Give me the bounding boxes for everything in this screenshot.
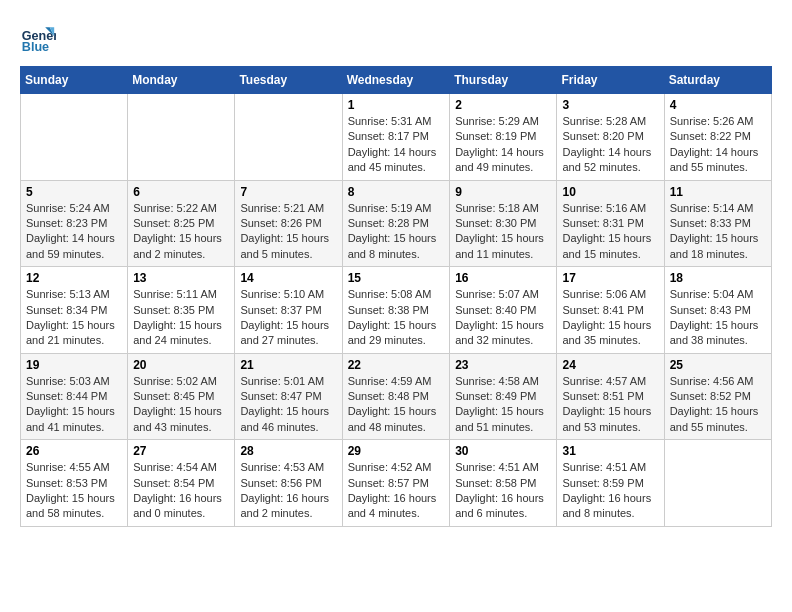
- day-info: Sunrise: 5:03 AM Sunset: 8:44 PM Dayligh…: [26, 374, 122, 436]
- day-number: 31: [562, 444, 658, 458]
- day-cell-22: 22Sunrise: 4:59 AM Sunset: 8:48 PM Dayli…: [342, 353, 450, 440]
- day-cell-8: 8Sunrise: 5:19 AM Sunset: 8:28 PM Daylig…: [342, 180, 450, 267]
- day-cell-28: 28Sunrise: 4:53 AM Sunset: 8:56 PM Dayli…: [235, 440, 342, 527]
- day-number: 4: [670, 98, 766, 112]
- day-cell-19: 19Sunrise: 5:03 AM Sunset: 8:44 PM Dayli…: [21, 353, 128, 440]
- day-number: 6: [133, 185, 229, 199]
- day-cell-7: 7Sunrise: 5:21 AM Sunset: 8:26 PM Daylig…: [235, 180, 342, 267]
- day-cell-27: 27Sunrise: 4:54 AM Sunset: 8:54 PM Dayli…: [128, 440, 235, 527]
- day-info: Sunrise: 5:28 AM Sunset: 8:20 PM Dayligh…: [562, 114, 658, 176]
- day-number: 13: [133, 271, 229, 285]
- day-number: 21: [240, 358, 336, 372]
- day-number: 14: [240, 271, 336, 285]
- day-number: 29: [348, 444, 445, 458]
- weekday-header-wednesday: Wednesday: [342, 67, 450, 94]
- day-info: Sunrise: 5:02 AM Sunset: 8:45 PM Dayligh…: [133, 374, 229, 436]
- day-info: Sunrise: 4:59 AM Sunset: 8:48 PM Dayligh…: [348, 374, 445, 436]
- day-cell-13: 13Sunrise: 5:11 AM Sunset: 8:35 PM Dayli…: [128, 267, 235, 354]
- day-cell-5: 5Sunrise: 5:24 AM Sunset: 8:23 PM Daylig…: [21, 180, 128, 267]
- day-number: 2: [455, 98, 551, 112]
- calendar-table: SundayMondayTuesdayWednesdayThursdayFrid…: [20, 66, 772, 527]
- day-cell-6: 6Sunrise: 5:22 AM Sunset: 8:25 PM Daylig…: [128, 180, 235, 267]
- weekday-header-monday: Monday: [128, 67, 235, 94]
- day-cell-29: 29Sunrise: 4:52 AM Sunset: 8:57 PM Dayli…: [342, 440, 450, 527]
- day-info: Sunrise: 4:55 AM Sunset: 8:53 PM Dayligh…: [26, 460, 122, 522]
- day-number: 28: [240, 444, 336, 458]
- day-number: 5: [26, 185, 122, 199]
- day-number: 15: [348, 271, 445, 285]
- day-info: Sunrise: 5:22 AM Sunset: 8:25 PM Dayligh…: [133, 201, 229, 263]
- day-number: 1: [348, 98, 445, 112]
- logo: General Blue: [20, 20, 60, 56]
- day-number: 25: [670, 358, 766, 372]
- weekday-header-friday: Friday: [557, 67, 664, 94]
- week-row-4: 19Sunrise: 5:03 AM Sunset: 8:44 PM Dayli…: [21, 353, 772, 440]
- day-number: 30: [455, 444, 551, 458]
- day-cell-21: 21Sunrise: 5:01 AM Sunset: 8:47 PM Dayli…: [235, 353, 342, 440]
- weekday-header-saturday: Saturday: [664, 67, 771, 94]
- day-cell-11: 11Sunrise: 5:14 AM Sunset: 8:33 PM Dayli…: [664, 180, 771, 267]
- day-info: Sunrise: 4:57 AM Sunset: 8:51 PM Dayligh…: [562, 374, 658, 436]
- day-info: Sunrise: 4:58 AM Sunset: 8:49 PM Dayligh…: [455, 374, 551, 436]
- logo-icon: General Blue: [20, 20, 56, 56]
- calendar-header: SundayMondayTuesdayWednesdayThursdayFrid…: [21, 67, 772, 94]
- day-cell-17: 17Sunrise: 5:06 AM Sunset: 8:41 PM Dayli…: [557, 267, 664, 354]
- weekday-header-sunday: Sunday: [21, 67, 128, 94]
- day-cell-1: 1Sunrise: 5:31 AM Sunset: 8:17 PM Daylig…: [342, 94, 450, 181]
- day-info: Sunrise: 5:29 AM Sunset: 8:19 PM Dayligh…: [455, 114, 551, 176]
- day-cell-12: 12Sunrise: 5:13 AM Sunset: 8:34 PM Dayli…: [21, 267, 128, 354]
- day-info: Sunrise: 5:31 AM Sunset: 8:17 PM Dayligh…: [348, 114, 445, 176]
- day-info: Sunrise: 5:16 AM Sunset: 8:31 PM Dayligh…: [562, 201, 658, 263]
- day-info: Sunrise: 4:52 AM Sunset: 8:57 PM Dayligh…: [348, 460, 445, 522]
- day-number: 3: [562, 98, 658, 112]
- svg-text:Blue: Blue: [22, 40, 49, 54]
- day-number: 7: [240, 185, 336, 199]
- week-row-2: 5Sunrise: 5:24 AM Sunset: 8:23 PM Daylig…: [21, 180, 772, 267]
- weekday-header-tuesday: Tuesday: [235, 67, 342, 94]
- day-number: 16: [455, 271, 551, 285]
- day-info: Sunrise: 5:11 AM Sunset: 8:35 PM Dayligh…: [133, 287, 229, 349]
- day-number: 20: [133, 358, 229, 372]
- day-cell-4: 4Sunrise: 5:26 AM Sunset: 8:22 PM Daylig…: [664, 94, 771, 181]
- day-info: Sunrise: 5:26 AM Sunset: 8:22 PM Dayligh…: [670, 114, 766, 176]
- day-info: Sunrise: 5:10 AM Sunset: 8:37 PM Dayligh…: [240, 287, 336, 349]
- day-info: Sunrise: 4:56 AM Sunset: 8:52 PM Dayligh…: [670, 374, 766, 436]
- empty-cell: [235, 94, 342, 181]
- day-number: 11: [670, 185, 766, 199]
- page-header: General Blue: [20, 20, 772, 56]
- day-info: Sunrise: 5:18 AM Sunset: 8:30 PM Dayligh…: [455, 201, 551, 263]
- day-info: Sunrise: 5:08 AM Sunset: 8:38 PM Dayligh…: [348, 287, 445, 349]
- day-number: 23: [455, 358, 551, 372]
- day-cell-31: 31Sunrise: 4:51 AM Sunset: 8:59 PM Dayli…: [557, 440, 664, 527]
- weekday-header-thursday: Thursday: [450, 67, 557, 94]
- day-cell-20: 20Sunrise: 5:02 AM Sunset: 8:45 PM Dayli…: [128, 353, 235, 440]
- day-number: 12: [26, 271, 122, 285]
- calendar-body: 1Sunrise: 5:31 AM Sunset: 8:17 PM Daylig…: [21, 94, 772, 527]
- day-info: Sunrise: 5:13 AM Sunset: 8:34 PM Dayligh…: [26, 287, 122, 349]
- day-cell-10: 10Sunrise: 5:16 AM Sunset: 8:31 PM Dayli…: [557, 180, 664, 267]
- day-cell-3: 3Sunrise: 5:28 AM Sunset: 8:20 PM Daylig…: [557, 94, 664, 181]
- empty-cell: [128, 94, 235, 181]
- empty-cell: [21, 94, 128, 181]
- day-info: Sunrise: 5:07 AM Sunset: 8:40 PM Dayligh…: [455, 287, 551, 349]
- day-number: 19: [26, 358, 122, 372]
- day-number: 26: [26, 444, 122, 458]
- day-info: Sunrise: 5:06 AM Sunset: 8:41 PM Dayligh…: [562, 287, 658, 349]
- day-cell-30: 30Sunrise: 4:51 AM Sunset: 8:58 PM Dayli…: [450, 440, 557, 527]
- day-cell-23: 23Sunrise: 4:58 AM Sunset: 8:49 PM Dayli…: [450, 353, 557, 440]
- day-number: 10: [562, 185, 658, 199]
- day-number: 8: [348, 185, 445, 199]
- week-row-3: 12Sunrise: 5:13 AM Sunset: 8:34 PM Dayli…: [21, 267, 772, 354]
- day-info: Sunrise: 5:14 AM Sunset: 8:33 PM Dayligh…: [670, 201, 766, 263]
- week-row-1: 1Sunrise: 5:31 AM Sunset: 8:17 PM Daylig…: [21, 94, 772, 181]
- day-info: Sunrise: 4:51 AM Sunset: 8:59 PM Dayligh…: [562, 460, 658, 522]
- day-cell-24: 24Sunrise: 4:57 AM Sunset: 8:51 PM Dayli…: [557, 353, 664, 440]
- day-number: 17: [562, 271, 658, 285]
- day-cell-26: 26Sunrise: 4:55 AM Sunset: 8:53 PM Dayli…: [21, 440, 128, 527]
- empty-cell: [664, 440, 771, 527]
- week-row-5: 26Sunrise: 4:55 AM Sunset: 8:53 PM Dayli…: [21, 440, 772, 527]
- day-info: Sunrise: 4:53 AM Sunset: 8:56 PM Dayligh…: [240, 460, 336, 522]
- day-number: 22: [348, 358, 445, 372]
- day-info: Sunrise: 5:24 AM Sunset: 8:23 PM Dayligh…: [26, 201, 122, 263]
- day-cell-16: 16Sunrise: 5:07 AM Sunset: 8:40 PM Dayli…: [450, 267, 557, 354]
